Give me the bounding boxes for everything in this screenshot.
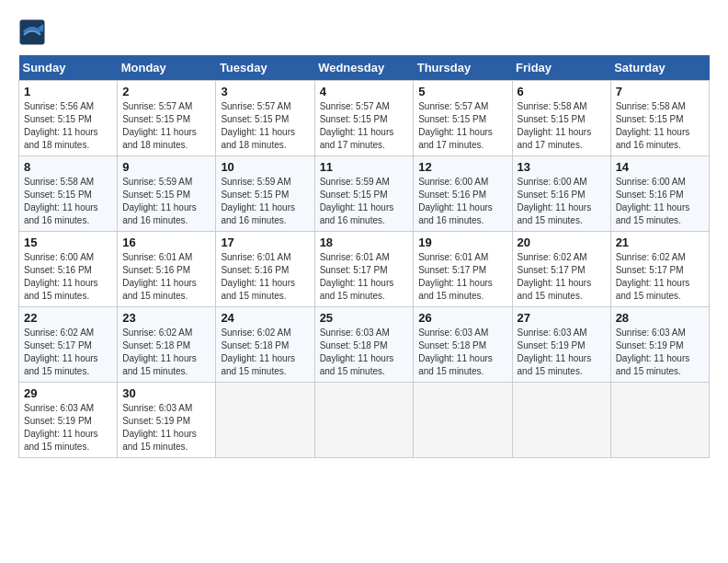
day-info: Sunrise: 6:01 AMSunset: 5:17 PMDaylight:…: [418, 252, 493, 301]
day-info: Sunrise: 6:02 AMSunset: 5:18 PMDaylight:…: [221, 327, 295, 376]
day-info: Sunrise: 6:00 AMSunset: 5:16 PMDaylight:…: [518, 177, 592, 225]
calendar-cell: [414, 383, 512, 458]
logo: [18, 18, 50, 46]
day-info: Sunrise: 5:57 AMSunset: 5:15 PMDaylight:…: [221, 101, 295, 150]
day-number: 13: [518, 160, 606, 174]
calendar-header: SundayMondayTuesdayWednesdayThursdayFrid…: [19, 55, 710, 81]
day-number: 22: [24, 311, 112, 325]
day-number: 1: [24, 85, 112, 98]
header-cell-thursday: Thursday: [414, 55, 512, 81]
day-info: Sunrise: 5:57 AMSunset: 5:15 PMDaylight:…: [122, 101, 197, 150]
day-info: Sunrise: 6:00 AMSunset: 5:16 PMDaylight:…: [24, 252, 98, 301]
calendar-cell: 16 Sunrise: 6:01 AMSunset: 5:16 PMDaylig…: [118, 232, 216, 307]
day-number: 25: [320, 311, 409, 325]
page-header: [18, 18, 710, 46]
day-info: Sunrise: 5:59 AMSunset: 5:15 PMDaylight:…: [221, 177, 295, 225]
calendar-cell: 22 Sunrise: 6:02 AMSunset: 5:17 PMDaylig…: [19, 307, 118, 383]
day-number: 6: [518, 85, 606, 98]
day-number: 19: [418, 236, 506, 249]
calendar-cell: 13 Sunrise: 6:00 AMSunset: 5:16 PMDaylig…: [512, 156, 610, 232]
day-info: Sunrise: 5:56 AMSunset: 5:15 PMDaylight:…: [24, 101, 98, 150]
day-info: Sunrise: 5:58 AMSunset: 5:15 PMDaylight:…: [24, 177, 98, 225]
day-number: 17: [221, 236, 309, 249]
day-number: 2: [122, 85, 210, 98]
calendar-cell: 1 Sunrise: 5:56 AMSunset: 5:15 PMDayligh…: [19, 81, 118, 156]
calendar-cell: 12 Sunrise: 6:00 AMSunset: 5:16 PMDaylig…: [414, 156, 512, 232]
calendar-week-1: 1 Sunrise: 5:56 AMSunset: 5:15 PMDayligh…: [19, 81, 710, 156]
day-number: 27: [518, 311, 606, 325]
calendar-cell: 24 Sunrise: 6:02 AMSunset: 5:18 PMDaylig…: [216, 307, 314, 383]
calendar-body: 1 Sunrise: 5:56 AMSunset: 5:15 PMDayligh…: [19, 81, 710, 458]
calendar-cell: 20 Sunrise: 6:02 AMSunset: 5:17 PMDaylig…: [512, 232, 610, 307]
calendar-cell: 18 Sunrise: 6:01 AMSunset: 5:17 PMDaylig…: [314, 232, 414, 307]
calendar-cell: 10 Sunrise: 5:59 AMSunset: 5:15 PMDaylig…: [216, 156, 314, 232]
calendar-cell: 23 Sunrise: 6:02 AMSunset: 5:18 PMDaylig…: [118, 307, 216, 383]
calendar-cell: [216, 383, 314, 458]
header-cell-monday: Monday: [118, 55, 216, 81]
calendar-week-3: 15 Sunrise: 6:00 AMSunset: 5:16 PMDaylig…: [19, 232, 710, 307]
day-number: 4: [320, 85, 409, 98]
day-number: 24: [221, 311, 309, 325]
calendar-week-4: 22 Sunrise: 6:02 AMSunset: 5:17 PMDaylig…: [19, 307, 710, 383]
day-number: 20: [518, 236, 606, 249]
day-info: Sunrise: 6:03 AMSunset: 5:19 PMDaylight:…: [518, 327, 592, 376]
calendar-cell: 5 Sunrise: 5:57 AMSunset: 5:15 PMDayligh…: [414, 81, 512, 156]
calendar-cell: 30 Sunrise: 6:03 AMSunset: 5:19 PMDaylig…: [118, 383, 216, 458]
day-number: 5: [418, 85, 506, 98]
day-number: 9: [122, 160, 210, 174]
calendar-table: SundayMondayTuesdayWednesdayThursdayFrid…: [18, 55, 710, 458]
day-info: Sunrise: 6:03 AMSunset: 5:18 PMDaylight:…: [418, 327, 493, 376]
day-info: Sunrise: 6:03 AMSunset: 5:18 PMDaylight:…: [320, 327, 394, 376]
day-number: 18: [320, 236, 409, 249]
calendar-cell: 29 Sunrise: 6:03 AMSunset: 5:19 PMDaylig…: [19, 383, 118, 458]
header-row: SundayMondayTuesdayWednesdayThursdayFrid…: [19, 55, 710, 81]
day-number: 10: [221, 160, 309, 174]
calendar-cell: [610, 383, 709, 458]
calendar-cell: 19 Sunrise: 6:01 AMSunset: 5:17 PMDaylig…: [414, 232, 512, 307]
day-info: Sunrise: 6:02 AMSunset: 5:17 PMDaylight:…: [616, 252, 690, 301]
calendar-week-2: 8 Sunrise: 5:58 AMSunset: 5:15 PMDayligh…: [19, 156, 710, 232]
day-info: Sunrise: 5:59 AMSunset: 5:15 PMDaylight:…: [122, 177, 197, 225]
day-number: 15: [24, 236, 112, 249]
header-cell-tuesday: Tuesday: [216, 55, 314, 81]
day-info: Sunrise: 5:58 AMSunset: 5:15 PMDaylight:…: [518, 101, 592, 150]
svg-rect-0: [20, 20, 45, 45]
header-cell-wednesday: Wednesday: [314, 55, 414, 81]
day-number: 7: [616, 85, 704, 98]
calendar-cell: 17 Sunrise: 6:01 AMSunset: 5:16 PMDaylig…: [216, 232, 314, 307]
calendar-cell: 26 Sunrise: 6:03 AMSunset: 5:18 PMDaylig…: [414, 307, 512, 383]
day-number: 8: [24, 160, 112, 174]
day-info: Sunrise: 6:03 AMSunset: 5:19 PMDaylight:…: [24, 403, 98, 452]
day-number: 3: [221, 85, 309, 98]
calendar-cell: 25 Sunrise: 6:03 AMSunset: 5:18 PMDaylig…: [314, 307, 414, 383]
calendar-cell: 27 Sunrise: 6:03 AMSunset: 5:19 PMDaylig…: [512, 307, 610, 383]
calendar-cell: 14 Sunrise: 6:00 AMSunset: 5:16 PMDaylig…: [610, 156, 709, 232]
day-info: Sunrise: 5:59 AMSunset: 5:15 PMDaylight:…: [320, 177, 394, 225]
day-info: Sunrise: 6:01 AMSunset: 5:16 PMDaylight:…: [122, 252, 197, 301]
calendar-cell: 7 Sunrise: 5:58 AMSunset: 5:15 PMDayligh…: [610, 81, 709, 156]
day-info: Sunrise: 6:02 AMSunset: 5:17 PMDaylight:…: [518, 252, 592, 301]
calendar-cell: 6 Sunrise: 5:58 AMSunset: 5:15 PMDayligh…: [512, 81, 610, 156]
day-number: 29: [24, 386, 112, 400]
calendar-cell: [512, 383, 610, 458]
day-info: Sunrise: 5:58 AMSunset: 5:15 PMDaylight:…: [616, 101, 690, 150]
calendar-cell: 4 Sunrise: 5:57 AMSunset: 5:15 PMDayligh…: [314, 81, 414, 156]
day-info: Sunrise: 6:00 AMSunset: 5:16 PMDaylight:…: [418, 177, 493, 225]
logo-icon: [18, 18, 46, 46]
day-info: Sunrise: 5:57 AMSunset: 5:15 PMDaylight:…: [418, 101, 493, 150]
day-number: 26: [418, 311, 506, 325]
calendar-cell: 11 Sunrise: 5:59 AMSunset: 5:15 PMDaylig…: [314, 156, 414, 232]
day-info: Sunrise: 6:01 AMSunset: 5:17 PMDaylight:…: [320, 252, 394, 301]
day-number: 14: [616, 160, 704, 174]
calendar-cell: 3 Sunrise: 5:57 AMSunset: 5:15 PMDayligh…: [216, 81, 314, 156]
header-cell-saturday: Saturday: [610, 55, 709, 81]
day-number: 12: [418, 160, 506, 174]
header-cell-friday: Friday: [512, 55, 610, 81]
calendar-week-5: 29 Sunrise: 6:03 AMSunset: 5:19 PMDaylig…: [19, 383, 710, 458]
header-cell-sunday: Sunday: [19, 55, 118, 81]
calendar-cell: 8 Sunrise: 5:58 AMSunset: 5:15 PMDayligh…: [19, 156, 118, 232]
calendar-cell: 9 Sunrise: 5:59 AMSunset: 5:15 PMDayligh…: [118, 156, 216, 232]
day-info: Sunrise: 6:00 AMSunset: 5:16 PMDaylight:…: [616, 177, 690, 225]
day-info: Sunrise: 6:01 AMSunset: 5:16 PMDaylight:…: [221, 252, 295, 301]
day-info: Sunrise: 6:03 AMSunset: 5:19 PMDaylight:…: [616, 327, 690, 376]
